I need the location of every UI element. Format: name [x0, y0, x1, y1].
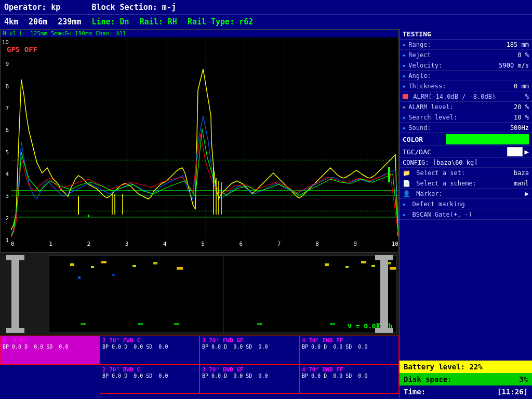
svg-rect-35 — [330, 323, 335, 325]
svg-rect-19 — [101, 261, 107, 263]
person-icon: 👤 — [403, 190, 410, 197]
bscan-content: V = 0.0km/h — [49, 255, 397, 333]
svg-rect-15 — [388, 167, 390, 182]
channel-3-bwd-gf: 3 70° BWD GF BP 0.0 D 0.0 SD 0.0 — [200, 365, 299, 394]
svg-rect-34 — [257, 323, 262, 325]
testing-header: TESTING — [400, 29, 532, 39]
svg-rect-27 — [361, 261, 366, 263]
chart-svg — [11, 38, 398, 242]
marker-arrow-icon: ▶ — [525, 190, 529, 197]
param-alrm: ALRM(-14.0dB / -8.0dB) % — [400, 91, 532, 102]
svg-rect-18 — [91, 266, 94, 268]
bscan-area: V = 0.0km/h — [0, 252, 399, 336]
param-thickness: ▸Thickness: 0 mm — [400, 81, 532, 91]
param-alarm-level: ▸ALARM level: 20 % — [400, 102, 532, 112]
battery-row: Battery level: 22% — [400, 361, 532, 373]
rail-type: Rail Type: r62 — [188, 17, 253, 26]
time-row: Time: [11:26] — [400, 385, 532, 398]
time-label: Time: — [404, 388, 425, 396]
left-panel: M=x1 L= 125mm 5mm<S<=190mm Chan: All GPS… — [0, 29, 399, 398]
defect-dot-icon: ▸ — [403, 201, 406, 208]
folder-icon: 📁 — [403, 169, 410, 177]
block-section-label: Block Section: m-j — [91, 3, 176, 12]
bscan-gate-row[interactable]: ▸ BSCAN Gate(+, -) — [400, 209, 532, 220]
distance: 4km — [4, 17, 18, 26]
channel-4-fwd-ff: 4 70° FWD FF BP 0.0 D 0.0 SD 0.0 — [299, 336, 399, 365]
disk-row: Disk space: 3% — [400, 373, 532, 385]
x-axis: 0 1 2 3 4 5 6 7 8 9 10 — [11, 241, 398, 251]
chart-status-bar: M=x1 L= 125mm 5mm<S<=190mm Chan: All — [1, 30, 398, 37]
header: Operator: kp Block Section: m-j — [0, 0, 532, 15]
subheader: 4km 206m 239mm Line: Dn Rail: RH Rail Ty… — [0, 15, 532, 29]
tgc-box[interactable] — [507, 147, 523, 156]
svg-rect-26 — [345, 266, 349, 268]
param-sound: ▸Sound: 500Hz — [400, 123, 532, 133]
chart-area: M=x1 L= 125mm 5mm<S<=190mm Chan: All GPS… — [0, 29, 399, 252]
disk-value: 3% — [519, 375, 528, 383]
select-scheme-row[interactable]: 📄 Select a scheme: manl — [400, 178, 532, 189]
svg-rect-24 — [112, 274, 115, 276]
svg-rect-25 — [325, 263, 329, 266]
channel-row-2: 2 70° BWD C BP 0.0 D 0.0 SD 0.0 3 70° BW… — [0, 365, 399, 394]
rail: Rail: RH — [140, 17, 177, 26]
battery-label: Battery level: 22% — [404, 363, 483, 371]
svg-rect-32 — [138, 323, 143, 325]
bottom-status: Battery level: 22% Disk space: 3% Time: … — [400, 361, 532, 398]
tgc-arrow-icon: ▶ — [525, 148, 529, 156]
right-panel: TESTING ▸Range: 185 mm ▸Reject 0 % ▸Velo… — [399, 29, 532, 398]
param-velocity: ▸Velocity: 5900 m/s — [400, 60, 532, 71]
param-angle: ▸Angle: — [400, 71, 532, 81]
param-reject: ▸Reject 0 % — [400, 50, 532, 60]
line: Line: Dn — [91, 17, 129, 26]
color-row[interactable]: COLOR — [400, 133, 532, 146]
bscan-dot-icon: ▸ — [403, 211, 406, 218]
svg-rect-20 — [132, 265, 136, 267]
disk-label: Disk space: — [404, 375, 452, 383]
gps-off-label: GPS OFF — [7, 45, 37, 54]
channel-2-fwd-c: 2 70° FWD C BP 0.0 D 0.0 SD 0.0 — [100, 336, 200, 365]
svg-rect-22 — [177, 267, 183, 270]
channel-2-bwd-c: 2 70° BWD C BP 0.0 D 0.0 SD 0.0 — [100, 365, 200, 394]
param-range: ▸Range: 185 mm — [400, 39, 532, 50]
channel-4-bwd-ff: 4 70° BWD FF BP 0.0 D 0.0 SD 0.0 — [299, 365, 399, 394]
color-label: COLOR — [403, 136, 423, 143]
page-icon: 📄 — [403, 180, 410, 187]
mm: 239mm — [58, 17, 81, 26]
svg-rect-23 — [78, 276, 81, 279]
alrm-dot-icon — [403, 94, 408, 99]
tgc-label: TGC/DAC — [403, 148, 431, 156]
svg-rect-16 — [88, 215, 89, 217]
svg-rect-33 — [174, 323, 179, 325]
svg-rect-17 — [70, 263, 74, 266]
channel-row-1: 1 4.0° BP 0.0 D 0.0 SD 0.0 2 70° FWD C B… — [0, 336, 399, 365]
svg-rect-31 — [81, 323, 86, 325]
tgc-row[interactable]: TGC/DAC ▶ — [400, 146, 532, 158]
channel-1: 1 4.0° BP 0.0 D 0.0 SD 0.0 — [0, 336, 100, 365]
channel-bars: 1 4.0° BP 0.0 D 0.0 SD 0.0 2 70° FWD C B… — [0, 336, 399, 394]
main-layout: M=x1 L= 125mm 5mm<S<=190mm Chan: All GPS… — [0, 29, 532, 398]
meters: 206m — [29, 17, 47, 26]
defect-marking-row[interactable]: ▸ Defect marking — [400, 199, 532, 209]
y-axis: 10 9 8 7 6 5 4 3 2 1 — [1, 38, 10, 245]
config-row: CONFIG: [baza\60_kg] — [400, 158, 532, 168]
color-bar[interactable] — [446, 134, 529, 144]
svg-rect-21 — [153, 262, 157, 264]
param-search-level: ▸Search level: 10 % — [400, 112, 532, 123]
marker-row[interactable]: 👤 Marker: ▶ — [400, 189, 532, 199]
time-value: [11:26] — [497, 388, 528, 396]
channel-3-fwd-gf: 3 70° FWD GF BP 0.0 D 0.0 SD 0.0 — [200, 336, 299, 365]
operator-label: Operator: kp — [4, 3, 60, 12]
sidebar-spacer — [400, 220, 532, 361]
select-set-row[interactable]: 📁 Select a set: baza — [400, 168, 532, 178]
